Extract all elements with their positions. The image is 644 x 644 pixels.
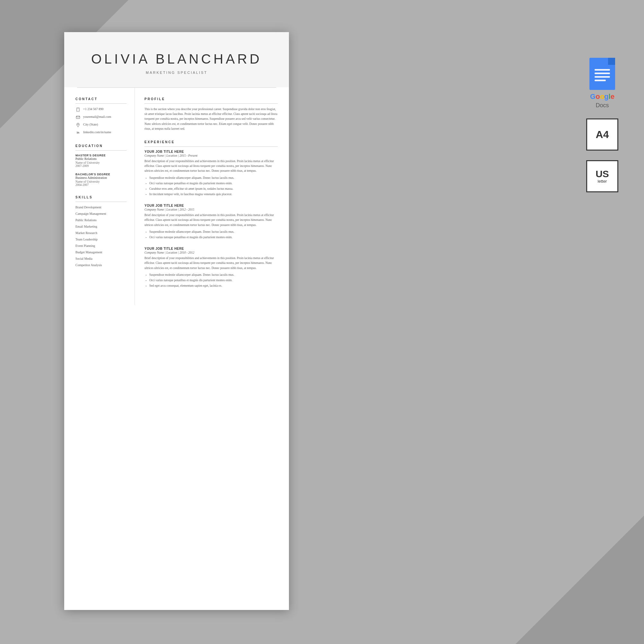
exp-company-3: Company Name | Location | 2010 - 2012: [144, 251, 278, 254]
email-icon: [75, 115, 81, 120]
exp-bullet-1-2: Orci varius natoque penatibus et magnis …: [149, 181, 278, 186]
profile-text: This is the section where you describe y…: [144, 107, 278, 131]
edu-degree-2: BACHELOR'S DEGREE: [75, 173, 126, 176]
linkedin-icon: in: [75, 130, 81, 135]
skill-5: Market Research: [75, 231, 126, 235]
exp-job-title-2: YOUR JOB TITLE HERE: [144, 204, 278, 207]
google-o2: o: [600, 92, 604, 100]
exp-bullet-3-1: Suspendisse molestie ullamcorper aliquam…: [149, 273, 278, 277]
exp-company-2: Company Name | Location | 2012 - 2015: [144, 208, 278, 211]
edu-university-2: Name of University: [75, 180, 126, 183]
svg-rect-1: [77, 108, 79, 108]
edu-dates-2: 2004-2007: [75, 183, 126, 187]
education-section: EDUCATION MASTER'S DEGREE Public Relatio…: [75, 144, 126, 187]
us-label: US: [596, 169, 609, 179]
edu-field-2: Business Administration: [75, 176, 126, 179]
profile-section-title: PROFILE: [144, 97, 278, 104]
exp-job-title-3: YOUR JOB TITLE HERE: [144, 247, 278, 250]
edu-entry-2: BACHELOR'S DEGREE Business Administratio…: [75, 173, 126, 187]
edu-field-1: Public Relations: [75, 157, 126, 161]
exp-bullet-1-3: Curabitur eros ante, efficitur sit amet …: [149, 187, 278, 191]
skill-2: Campaign Management: [75, 212, 126, 216]
us-letter-badge: US letter: [586, 160, 618, 192]
google-docs-label: Docs: [596, 102, 609, 109]
svg-rect-8: [595, 73, 610, 74]
bg-triangle-bottom-right: [516, 516, 644, 644]
resume-title: MARKETING SPECIALIST: [77, 71, 276, 74]
contact-location: City (State): [75, 122, 126, 127]
skill-9: Social Media: [75, 257, 126, 261]
exp-bullet-1-1: Suspendisse molestie ullamcorper aliquam…: [149, 176, 278, 180]
skills-section-title: SKILLS: [75, 196, 126, 202]
exp-bullet-2-2: Orci varius natoque penatibus et magnis …: [149, 235, 278, 240]
skill-8: Budget Management: [75, 250, 126, 255]
svg-point-2: [78, 111, 78, 111]
exp-entry-1: YOUR JOB TITLE HERE Company Name | Locat…: [144, 150, 278, 197]
skill-1: Brand Development: [75, 205, 126, 210]
profile-section: PROFILE This is the section where you de…: [144, 97, 278, 131]
resume-name: OLIVIA BLANCHARD: [77, 51, 276, 67]
letter-label: letter: [598, 179, 607, 184]
experience-section-title: EXPERIENCE: [144, 140, 278, 147]
location-text: City (State): [83, 122, 98, 127]
edu-entry-1: MASTER'S DEGREE Public Relations Name of…: [75, 154, 126, 168]
exp-bullets-3: Suspendisse molestie ullamcorper aliquam…: [149, 273, 278, 289]
contact-phone: +1 234 567 890: [75, 107, 126, 112]
svg-marker-6: [608, 58, 615, 65]
right-icons-container: Google Docs A4 US letter: [586, 58, 618, 192]
education-section-title: EDUCATION: [75, 144, 126, 151]
linkedin-text: linkedin.com/in/name: [83, 130, 111, 135]
exp-entry-3: YOUR JOB TITLE HERE Company Name | Locat…: [144, 247, 278, 288]
resume-header: OLIVIA BLANCHARD MARKETING SPECIALIST: [64, 32, 289, 87]
contact-section: CONTACT +1 234 567 890: [75, 97, 126, 135]
edu-university-1: Name of University: [75, 161, 126, 164]
exp-bullet-2-1: Suspendisse molestie ullamcorper aliquam…: [149, 230, 278, 234]
svg-rect-10: [595, 80, 606, 81]
exp-company-1: Company Name | Location | 2015 - Present: [144, 154, 278, 157]
phone-text: +1 234 567 890: [83, 107, 103, 111]
svg-rect-9: [595, 76, 610, 78]
a4-label: A4: [596, 129, 609, 141]
email-text: youremail@mail.com: [83, 115, 111, 119]
skill-4: Email Marketing: [75, 224, 126, 229]
a4-badge: A4: [586, 118, 618, 151]
exp-entry-2: YOUR JOB TITLE HERE Company Name | Locat…: [144, 204, 278, 240]
edu-degree-1: MASTER'S DEGREE: [75, 154, 126, 157]
skill-10: Competitor Analysis: [75, 263, 126, 267]
skill-3: Public Relations: [75, 218, 126, 222]
google-g1: G: [590, 92, 596, 100]
contact-linkedin: in linkedin.com/in/name: [75, 130, 126, 135]
skill-7: Event Planning: [75, 244, 126, 248]
google-docs-badge: Google Docs: [589, 58, 615, 109]
svg-point-4: [78, 124, 79, 125]
google-text-row: Google: [590, 92, 614, 101]
phone-icon: [75, 107, 81, 112]
google-g2: g: [604, 92, 608, 100]
resume-paper: OLIVIA BLANCHARD MARKETING SPECIALIST CO…: [64, 32, 289, 610]
experience-section: EXPERIENCE YOUR JOB TITLE HERE Company N…: [144, 140, 278, 288]
location-icon: [75, 122, 81, 127]
exp-description-2: Brief description of your responsibiliti…: [144, 213, 278, 228]
google-docs-icon: [589, 58, 615, 90]
contact-email: youremail@mail.com: [75, 115, 126, 120]
google-o1: o: [596, 92, 600, 100]
resume-body: CONTACT +1 234 567 890: [64, 88, 289, 305]
svg-rect-7: [595, 69, 610, 71]
exp-job-title-1: YOUR JOB TITLE HERE: [144, 150, 278, 153]
skill-6: Team Leadership: [75, 237, 126, 242]
exp-bullets-1: Suspendisse molestie ullamcorper aliquam…: [149, 176, 278, 197]
google-e: e: [611, 92, 614, 100]
skills-section: SKILLS Brand Development Campaign Manage…: [75, 196, 126, 267]
resume-sidebar: CONTACT +1 234 567 890: [64, 88, 135, 305]
resume-main: PROFILE This is the section where you de…: [135, 88, 289, 305]
exp-bullet-3-3: Sed eget arcu consequat, elementum sapie…: [149, 283, 278, 288]
edu-dates-1: 2007-2009: [75, 164, 126, 168]
exp-description-1: Brief description of your responsibiliti…: [144, 159, 278, 174]
exp-bullets-2: Suspendisse molestie ullamcorper aliquam…: [149, 230, 278, 240]
exp-description-3: Brief description of your responsibiliti…: [144, 256, 278, 271]
contact-section-title: CONTACT: [75, 97, 126, 104]
exp-bullet-3-2: Orci varius natoque penatibus et magnis …: [149, 278, 278, 283]
exp-bullet-1-4: In tincidunt tempor velit, in faucibus m…: [149, 192, 278, 197]
